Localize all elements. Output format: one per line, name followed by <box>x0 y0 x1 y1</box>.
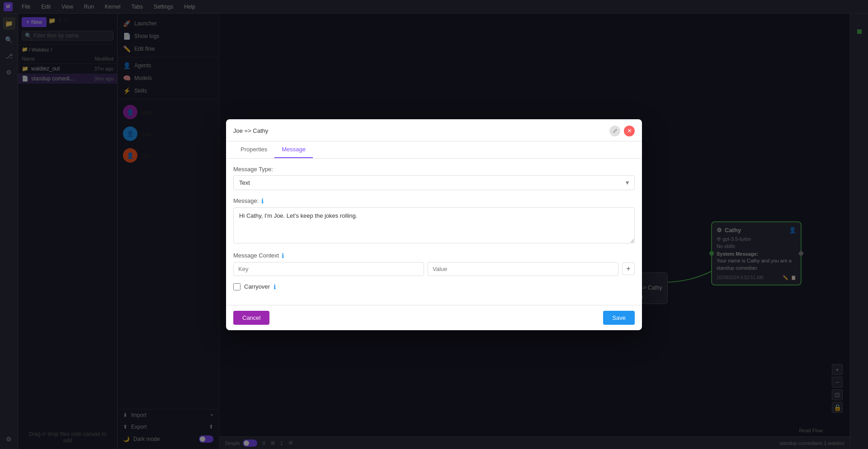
modal-title: Joe => Cathy <box>233 127 268 134</box>
context-add-btn[interactable]: + <box>622 262 635 275</box>
message-type-select[interactable]: Text Method Last Carryover <box>233 175 635 190</box>
context-group: Message Context ℹ + <box>233 252 635 276</box>
modal-expand-btn[interactable]: ⤢ <box>609 126 620 136</box>
context-info-icon[interactable]: ℹ <box>282 252 284 259</box>
modal-overlay[interactable]: Joe => Cathy ⤢ ✕ Properties Message Mess… <box>0 0 868 449</box>
modal-close-btn[interactable]: ✕ <box>624 126 635 136</box>
tab-properties[interactable]: Properties <box>233 141 274 158</box>
message-group: Message: ℹ Hi Cathy, I'm Joe. Let's keep… <box>233 197 635 245</box>
modal-header-actions: ⤢ ✕ <box>609 126 635 136</box>
context-row: + <box>233 262 635 276</box>
context-value-input[interactable] <box>428 262 618 276</box>
modal-header: Joe => Cathy ⤢ ✕ <box>226 119 642 141</box>
cancel-button[interactable]: Cancel <box>233 311 269 325</box>
context-key-input[interactable] <box>233 262 424 276</box>
save-button[interactable]: Save <box>603 311 635 325</box>
message-type-group: Message Type: Text Method Last Carryover… <box>233 166 635 190</box>
carryover-checkbox[interactable] <box>233 283 241 290</box>
carryover-row: Carryover ℹ <box>233 283 635 290</box>
carryover-label: Carryover <box>244 283 270 290</box>
modal-body: Message Type: Text Method Last Carryover… <box>226 159 642 305</box>
tab-message[interactable]: Message <box>274 141 313 158</box>
modal-tabs: Properties Message <box>226 141 642 159</box>
message-textarea[interactable]: Hi Cathy, I'm Joe. Let's keep the jokes … <box>233 207 635 243</box>
carryover-info-icon[interactable]: ℹ <box>274 283 276 290</box>
message-type-label: Message Type: <box>233 166 635 173</box>
message-label: Message: ℹ <box>233 197 635 205</box>
context-label: Message Context ℹ <box>233 252 635 259</box>
message-type-wrapper: Text Method Last Carryover ▼ <box>233 175 635 190</box>
modal-footer: Cancel Save <box>226 305 642 330</box>
message-info-icon[interactable]: ℹ <box>261 197 264 205</box>
modal: Joe => Cathy ⤢ ✕ Properties Message Mess… <box>226 119 642 330</box>
